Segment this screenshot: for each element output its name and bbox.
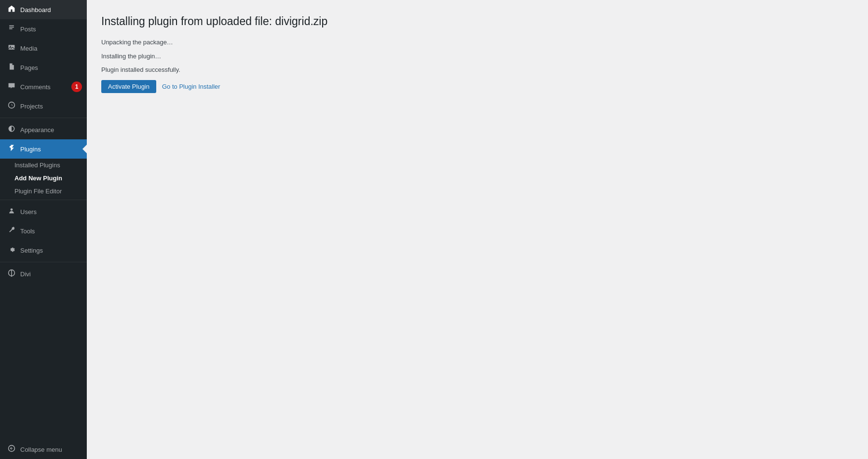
- sidebar-item-label: Collapse menu: [20, 446, 62, 453]
- activate-plugin-button[interactable]: Activate Plugin: [101, 80, 156, 93]
- sidebar-divider-1: [0, 118, 87, 118]
- sidebar-item-label: Divi: [20, 270, 31, 278]
- status-unpacking: Unpacking the package…: [101, 38, 854, 48]
- submenu-add-new-plugin[interactable]: Add New Plugin: [0, 172, 87, 185]
- sidebar-item-label: Pages: [20, 64, 38, 71]
- sidebar-item-tools[interactable]: Tools: [0, 221, 87, 241]
- svg-point-3: [11, 208, 13, 211]
- sidebar-item-plugins[interactable]: Plugins: [0, 139, 87, 159]
- sidebar-item-label: Comments: [20, 83, 51, 91]
- sidebar-item-projects[interactable]: Projects: [0, 96, 87, 116]
- tools-icon: [7, 226, 16, 236]
- settings-icon: [7, 245, 16, 255]
- sidebar-item-label: Tools: [20, 228, 35, 235]
- divi-icon: [7, 269, 16, 279]
- plugins-submenu: Installed Plugins Add New Plugin Plugin …: [0, 159, 87, 198]
- sidebar-item-settings[interactable]: Settings: [0, 241, 87, 260]
- projects-icon: [7, 101, 16, 111]
- sidebar-item-appearance[interactable]: Appearance: [0, 120, 87, 139]
- sidebar-item-users[interactable]: Users: [0, 202, 87, 221]
- media-icon: [7, 43, 16, 53]
- submenu-installed-plugins[interactable]: Installed Plugins: [0, 159, 87, 172]
- action-row: Activate Plugin Go to Plugin Installer: [101, 80, 854, 93]
- sidebar-item-label: Posts: [20, 26, 36, 33]
- plugins-icon: [7, 144, 16, 154]
- sidebar-divider-3: [0, 262, 87, 262]
- sidebar-item-label: Plugins: [20, 146, 41, 153]
- comments-badge: 1: [71, 81, 82, 92]
- sidebar-item-pages[interactable]: Pages: [0, 58, 87, 77]
- status-installing: Installing the plugin…: [101, 52, 854, 62]
- sidebar-item-label: Dashboard: [20, 6, 51, 14]
- go-to-installer-link[interactable]: Go to Plugin Installer: [162, 83, 220, 90]
- posts-icon: [7, 24, 16, 34]
- page-title: Installing plugin from uploaded file: di…: [101, 14, 854, 29]
- sidebar: Dashboard Posts Media Pages Comments 1 P…: [0, 0, 87, 459]
- users-icon: [7, 207, 16, 216]
- sidebar-item-label: Settings: [20, 247, 43, 254]
- sidebar-item-media[interactable]: Media: [0, 39, 87, 58]
- status-success: Plugin installed successfully.: [101, 65, 854, 75]
- sidebar-item-dashboard[interactable]: Dashboard: [0, 0, 87, 19]
- svg-rect-0: [9, 45, 15, 50]
- pages-icon: [7, 63, 16, 72]
- sidebar-item-label: Users: [20, 208, 37, 216]
- appearance-icon: [7, 125, 16, 135]
- dashboard-icon: [7, 5, 16, 14]
- comments-icon: [7, 82, 16, 92]
- sidebar-item-divi[interactable]: Divi: [0, 264, 87, 284]
- sidebar-item-label: Appearance: [20, 126, 54, 134]
- main-content: Installing plugin from uploaded file: di…: [87, 0, 868, 459]
- submenu-plugin-file-editor[interactable]: Plugin File Editor: [0, 185, 87, 198]
- sidebar-item-label: Media: [20, 45, 37, 52]
- sidebar-item-posts[interactable]: Posts: [0, 19, 87, 39]
- collapse-icon: [7, 445, 16, 454]
- sidebar-item-collapse[interactable]: Collapse menu: [0, 440, 87, 459]
- sidebar-item-comments[interactable]: Comments 1: [0, 77, 87, 96]
- sidebar-divider-2: [0, 200, 87, 200]
- sidebar-item-label: Projects: [20, 103, 43, 110]
